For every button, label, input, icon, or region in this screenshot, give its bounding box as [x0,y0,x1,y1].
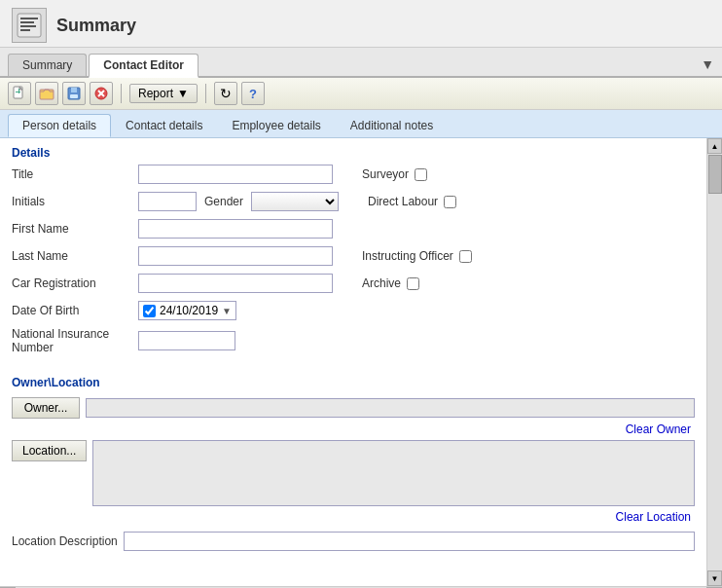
tab-additional-notes[interactable]: Additional notes [336,114,448,137]
svg-rect-2 [20,21,34,23]
instructing-officer-section: Instructing Officer [362,249,472,263]
report-button[interactable]: Report ▼ [129,84,198,103]
car-reg-label: Car Registration [12,276,138,290]
location-row: Location... [12,440,695,506]
scroll-thumb[interactable] [708,155,722,194]
initials-gender-group: Gender Male Female Unknown [138,192,339,211]
toolbar-separator-2 [205,84,206,103]
ni-input[interactable] [138,331,235,350]
location-desc-row: Location Description [0,528,706,551]
svg-rect-4 [20,29,30,31]
owner-row: Owner... [12,397,695,419]
instructing-officer-label: Instructing Officer [362,249,453,263]
svg-rect-11 [70,94,78,98]
tab-bar: Summary Contact Editor ▼ [0,48,722,78]
dob-label: Date Of Birth [12,304,138,317]
instructing-officer-checkbox[interactable] [459,250,472,263]
title-input[interactable] [138,165,333,184]
surveyor-section: Surveyor [362,167,427,181]
svg-rect-6 [16,92,20,92]
refresh-button[interactable]: ↻ [214,82,237,105]
owner-input[interactable] [86,398,695,418]
open-button[interactable] [35,82,58,105]
toolbar: Report ▼ ↻ ? [0,78,722,110]
tab-contact-details[interactable]: Contact details [111,114,217,137]
dob-row: Date Of Birth 24/10/2019 ▼ [12,300,695,321]
tab-contact-editor[interactable]: Contact Editor [89,54,199,78]
scroll-up-btn[interactable]: ▲ [707,138,722,154]
dob-checkbox[interactable] [143,305,156,317]
dob-value: 24/10/2019 [160,304,218,317]
location-desc-label: Location Description [12,534,118,548]
first-name-label: First Name [12,222,138,236]
dob-field-wrapper[interactable]: 24/10/2019 ▼ [138,301,236,320]
cancel-button[interactable] [90,82,113,105]
save-button[interactable] [62,82,86,105]
toolbar-separator [121,84,122,103]
car-reg-row: Car Registration Archive [12,273,695,294]
surveyor-label: Surveyor [362,167,409,181]
new-button[interactable] [8,82,31,105]
location-desc-input[interactable] [124,532,695,551]
last-name-row: Last Name Instructing Officer [12,245,695,267]
clear-location-link[interactable]: Clear Location [12,510,693,524]
clear-owner-link[interactable]: Clear Owner [12,423,693,436]
gender-label: Gender [204,195,243,208]
svg-rect-3 [20,25,36,27]
direct-labour-section: Direct Labour [368,195,456,208]
first-name-input[interactable] [138,219,333,239]
inner-tab-bar: Person details Contact details Employee … [0,110,722,138]
help-button[interactable]: ? [241,82,265,105]
tab-summary[interactable]: Summary [8,54,87,76]
svg-rect-1 [20,18,38,19]
car-reg-input[interactable] [138,274,333,293]
form-body: Title Surveyor Initials Gender Male Fema… [0,164,706,368]
initials-label: Initials [12,195,138,208]
initials-input[interactable] [138,192,197,211]
title-icon [12,8,47,43]
last-name-label: Last Name [12,249,138,263]
ni-label: National Insurance Number [12,327,138,354]
title-label: Title [12,167,138,181]
title-row: Title Surveyor [12,164,695,185]
archive-label: Archive [362,276,401,290]
owner-section: Owner... Clear Owner Location... Clear L… [0,393,706,524]
archive-section: Archive [362,276,419,290]
location-textarea[interactable] [92,440,695,506]
content-wrapper: Details Title Surveyor Initials Gender [0,138,722,586]
svg-rect-7 [18,89,19,93]
initials-row: Initials Gender Male Female Unknown Dire… [12,191,695,212]
svg-rect-10 [71,88,77,92]
tab-employee-details[interactable]: Employee details [217,114,335,137]
dob-dropdown-arrow[interactable]: ▼ [222,306,232,316]
details-section-label: Details [0,138,706,164]
vertical-scrollbar[interactable]: ▲ ▼ [706,138,722,586]
surveyor-checkbox[interactable] [415,168,427,181]
gender-select[interactable]: Male Female Unknown [251,192,339,211]
content-area: Details Title Surveyor Initials Gender [0,138,706,586]
tab-person-details[interactable]: Person details [8,114,111,137]
page-title: Summary [56,16,136,36]
direct-labour-checkbox[interactable] [444,196,456,208]
direct-labour-label: Direct Labour [368,195,438,208]
first-name-row: First Name [12,218,695,239]
owner-button[interactable]: Owner... [12,397,80,419]
location-button[interactable]: Location... [12,440,87,461]
scroll-down-btn[interactable]: ▼ [707,570,722,586]
tab-bar-arrow[interactable]: ▼ [701,56,714,76]
title-bar: Summary [0,0,722,48]
owner-location-label: Owner\Location [0,368,706,393]
archive-checkbox[interactable] [407,277,419,290]
last-name-input[interactable] [138,246,333,266]
ni-row: National Insurance Number [12,327,695,354]
